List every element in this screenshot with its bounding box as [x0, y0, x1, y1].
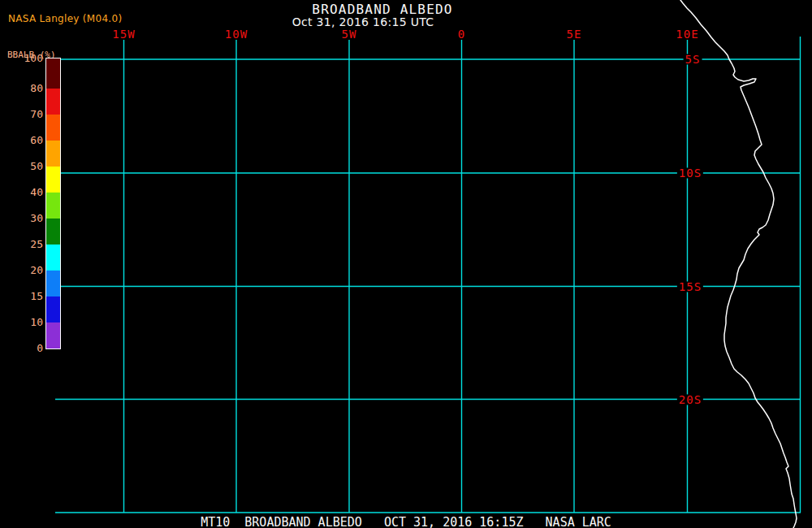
- colorbar-segment: [46, 115, 60, 141]
- colorbar-segment: [46, 322, 60, 348]
- colorbar-segment: [46, 270, 60, 296]
- latitude-label: 15S: [677, 281, 703, 292]
- graticule-lines: [55, 37, 801, 513]
- status-bar: MT10 BROADBAND ALBEDO OCT 31, 2016 16:15…: [0, 515, 812, 528]
- longitude-label: 5W: [341, 28, 358, 40]
- map-canvas: [0, 0, 812, 528]
- colorbar-segment: [46, 219, 60, 245]
- colorbar-segment: [46, 296, 60, 322]
- colorbar-segment: [46, 193, 60, 219]
- colorbar-segment: [46, 245, 60, 270]
- coastline: [680, 0, 797, 528]
- longitude-label: 5E: [566, 28, 583, 40]
- colorbar-segment: [46, 167, 60, 193]
- longitude-label: 10W: [224, 28, 248, 40]
- colorbar-segment: [46, 141, 60, 167]
- longitude-label: 15W: [111, 28, 136, 40]
- longitude-label: 0: [457, 28, 466, 40]
- satellite-albedo-viewer: NASA Langley (M04.0) BROADBAND ALBEDO Oc…: [0, 0, 812, 528]
- latitude-label: 10S: [677, 168, 703, 179]
- colorbar-segment: [46, 58, 60, 89]
- colorbar: [45, 58, 61, 349]
- longitude-label: 10E: [675, 28, 699, 40]
- latitude-label: 5S: [684, 54, 702, 65]
- latitude-label: 20S: [677, 394, 703, 405]
- colorbar-segment: [46, 89, 60, 115]
